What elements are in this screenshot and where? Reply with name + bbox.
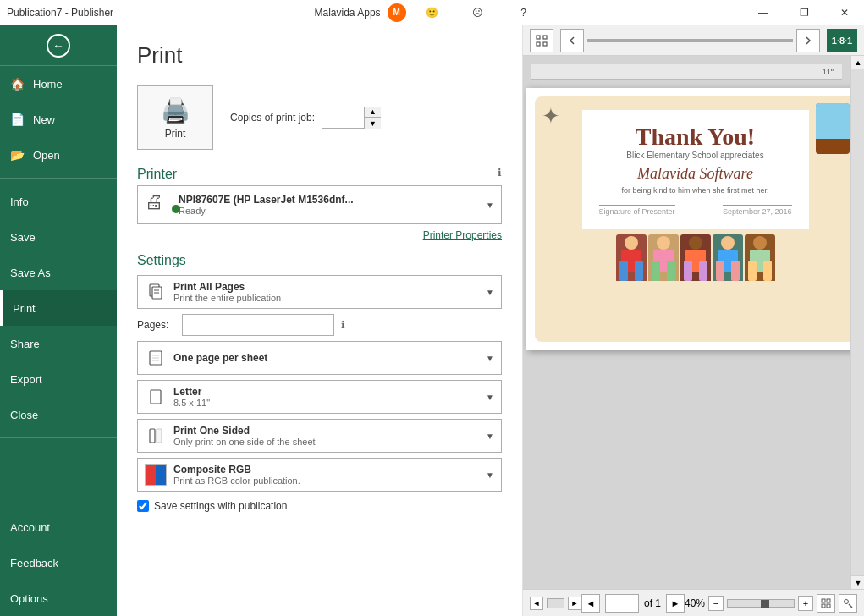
sidebar-item-new[interactable]: 📄 New — [0, 102, 117, 137]
pages-info-icon[interactable]: ℹ — [341, 319, 345, 331]
sidebar-item-feedback[interactable]: Feedback — [0, 545, 117, 580]
close-btn[interactable]: ✕ — [825, 0, 864, 25]
titlebar: Publication7 - Publisher Malavida Apps M… — [0, 0, 864, 25]
printer-info: NPI87607E (HP LaserJet M1536dnf... Ready — [179, 194, 354, 216]
setting-sheet-main: One page per sheet — [173, 352, 267, 364]
pages-input[interactable]: 1 — [182, 314, 334, 336]
zoom-percent-btn[interactable] — [839, 594, 857, 613]
svg-rect-16 — [827, 599, 830, 602]
printer-info-icon[interactable]: ℹ — [498, 167, 502, 179]
setting-paper-dropdown[interactable]: Letter 8.5 x 11" ▼ — [137, 380, 502, 414]
scroll-left-btn[interactable]: ◄ — [530, 597, 543, 610]
page-nav: ◄ 1 of 1 ► — [581, 594, 685, 613]
minimize-btn[interactable]: — — [744, 0, 783, 25]
zoom-slider[interactable] — [727, 599, 795, 608]
copies-input[interactable]: 1 — [322, 107, 364, 129]
current-page-input[interactable]: 1 — [605, 594, 639, 613]
setting-paper-left: Letter 8.5 x 11" — [145, 386, 210, 408]
print-button[interactable]: 🖨️ Print — [137, 85, 213, 150]
paper-preview: ✦ Thank You! Blick Elementary School app… — [526, 88, 851, 350]
copies-label: Copies of print job: — [230, 112, 315, 124]
sidebar-label-open: Open — [33, 149, 60, 162]
setting-sided-dropdown[interactable]: Print One Sided Only print on one side o… — [137, 419, 502, 453]
printer-properties-link[interactable]: Printer Properties — [137, 229, 502, 241]
svg-rect-14 — [543, 42, 547, 46]
copies-spinner: 1 ▲ ▼ — [322, 107, 381, 129]
titlebar-title-area: Publication7 - Publisher — [7, 7, 113, 19]
preview-area: 1·8·1 11" 8.5" — [523, 25, 864, 616]
sidebar-item-print[interactable]: Print — [0, 290, 117, 326]
sidebar-item-close[interactable]: Close — [0, 397, 117, 432]
content-area: Print 🖨️ Print Copies of print job: 1 ▲ … — [117, 25, 864, 616]
sidebar-item-open[interactable]: 📂 Open — [0, 137, 117, 173]
sidebar-item-export[interactable]: Export — [0, 361, 117, 397]
save-settings-checkbox[interactable] — [137, 500, 149, 512]
sidebar-item-save[interactable]: Save — [0, 219, 117, 255]
scroll-track[interactable] — [547, 598, 564, 608]
card-desc: for being kind to him when she first met… — [599, 186, 792, 195]
svg-rect-12 — [543, 36, 547, 39]
setting-pages-dropdown[interactable]: Print All Pages Print the entire publica… — [137, 275, 502, 309]
vsb-up-btn[interactable]: ▲ — [851, 56, 864, 69]
sidebar-item-account[interactable]: Account — [0, 509, 117, 545]
card-title: Thank You! — [599, 124, 792, 151]
copies-down-btn[interactable]: ▼ — [364, 118, 381, 129]
sidebar-back-btn[interactable]: ← — [0, 25, 117, 66]
children-illustration — [548, 234, 843, 281]
setting-color-dropdown[interactable]: Composite RGB Print as RGB color publica… — [137, 458, 502, 492]
print-title: Print — [137, 42, 502, 69]
app-title: Publication7 - Publisher — [7, 7, 113, 19]
next-page-icon[interactable] — [796, 29, 820, 52]
settings-section-header: Settings — [137, 253, 502, 268]
printer-status-dot — [172, 205, 180, 213]
vsb-track[interactable] — [851, 69, 864, 575]
pages-label: Pages: — [137, 319, 175, 331]
printer-section-header: Printer ℹ — [137, 167, 502, 182]
vsb-down-btn[interactable]: ▼ — [851, 575, 864, 589]
setting-pages-left: Print All Pages Print the entire publica… — [145, 281, 281, 303]
preview-slider[interactable] — [587, 39, 793, 42]
page-indicator-btn[interactable]: 1·8·1 — [827, 29, 857, 52]
malavida-label: Malavida Apps — [315, 7, 381, 19]
setting-sheet-dropdown[interactable]: One page per sheet ▼ — [137, 341, 502, 375]
zoom-in-btn[interactable]: + — [798, 596, 813, 611]
back-icon: ← — [47, 34, 70, 58]
next-page-btn[interactable]: ► — [666, 594, 685, 613]
preview-fit-btn[interactable] — [530, 29, 553, 52]
app-body: ← 🏠 Home 📄 New 📂 Open Info Save — [0, 25, 864, 616]
sidebar-item-saveas[interactable]: Save As — [0, 255, 117, 290]
svg-line-20 — [849, 604, 852, 608]
sidebar-label-export: Export — [10, 373, 42, 386]
scroll-right-btn[interactable]: ► — [568, 597, 581, 610]
paper-dropdown-arrow: ▼ — [486, 393, 494, 402]
printer-dropdown[interactable]: 🖨 NPI87607E (HP LaserJet M1536dnf... Rea… — [137, 185, 502, 224]
pages-icon — [145, 281, 167, 303]
prev-page-icon[interactable] — [560, 29, 584, 52]
setting-sided-left: Print One Sided Only print on one side o… — [145, 425, 316, 447]
svg-rect-9 — [150, 429, 155, 443]
sidebar-item-share[interactable]: Share — [0, 326, 117, 361]
home-icon: 🏠 — [10, 77, 25, 91]
printer-device-icon: 🖨 — [145, 191, 163, 212]
preview-toolbar: 1·8·1 — [523, 25, 864, 56]
sidebar-bottom: Account Feedback Options — [0, 509, 117, 616]
fit-page-btn[interactable] — [817, 594, 835, 613]
maximize-btn[interactable]: ❐ — [784, 0, 823, 25]
card-name: Malavida Software — [599, 165, 792, 183]
titlebar-center-area: Malavida Apps M 🙂 ☹ ? — [113, 0, 744, 25]
prev-page-btn[interactable]: ◄ — [581, 594, 600, 613]
zoom-out-btn[interactable]: − — [708, 596, 724, 611]
emoji-happy-btn[interactable]: 🙂 — [413, 0, 452, 25]
preview-scroll-inner[interactable]: 11" 8.5" ✦ — [523, 56, 850, 589]
printer-icon: 🖨️ — [161, 96, 190, 124]
child-2 — [648, 234, 679, 281]
emoji-sad-btn[interactable]: ☹ — [459, 0, 498, 25]
setting-sheet-left: One page per sheet — [145, 347, 267, 369]
sidebar-item-options[interactable]: Options — [0, 580, 117, 616]
help-btn[interactable]: ? — [504, 0, 543, 25]
copies-up-btn[interactable]: ▲ — [364, 107, 381, 118]
printer-dropdown-arrow: ▼ — [486, 201, 494, 210]
new-icon: 📄 — [10, 113, 25, 126]
sidebar-item-info[interactable]: Info — [0, 184, 117, 219]
sidebar-item-home[interactable]: 🏠 Home — [0, 66, 117, 102]
